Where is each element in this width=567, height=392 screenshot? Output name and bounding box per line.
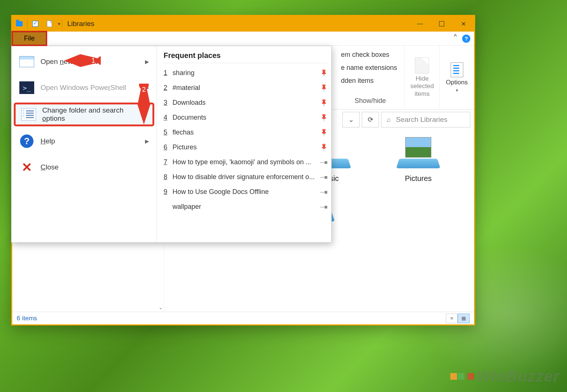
unpin-icon[interactable]: ─■: [320, 204, 328, 210]
frequent-place-item[interactable]: 6Pictures📌: [164, 140, 328, 155]
qa-divider-2: [62, 20, 62, 28]
help-icon[interactable]: ?: [462, 35, 470, 43]
options-dropdown-icon[interactable]: ▾: [456, 88, 458, 93]
sidebar-scroll-down-icon[interactable]: ⌄: [159, 305, 162, 310]
frequent-label: How to type emoji, 'kaomoji' and symbols…: [173, 158, 320, 166]
hide-selected-icon: [415, 57, 429, 74]
frequent-index: 5: [164, 129, 173, 136]
file-menu-item-3[interactable]: ?Help▶: [14, 129, 154, 153]
file-menu-panel: Open new window▶>_Open Windows PowerShel…: [11, 46, 332, 243]
options-button[interactable]: Options ▾: [439, 46, 474, 109]
frequent-place-item[interactable]: 3Downloads📌: [164, 95, 328, 110]
file-menu-item-2[interactable]: Change folder and search options: [14, 103, 154, 126]
frequent-places-header: Frequent places: [164, 51, 328, 63]
file-tab[interactable]: File: [12, 31, 47, 46]
pin-icon[interactable]: 📌: [319, 98, 329, 107]
pictures-tile-icon: [398, 137, 439, 171]
frequent-label: How to Use Google Docs Offline: [173, 188, 320, 196]
frequent-place-item[interactable]: 7How to type emoji, 'kaomoji' and symbol…: [164, 155, 328, 169]
file-menu-item-label: Change folder and search options: [42, 106, 147, 123]
titlebar: ▼ Libraries — ✕: [12, 16, 474, 32]
ribbon-check-hidden[interactable]: dden items: [341, 77, 399, 85]
frequent-place-item[interactable]: 1sharing📌: [164, 65, 328, 80]
ribbon-group-label-showhide: Show/hide: [341, 97, 399, 106]
chevron-right-icon: ▶: [145, 138, 149, 144]
item-count-label: 6 items: [17, 315, 37, 322]
frequent-place-item[interactable]: 4Documents📌: [164, 110, 328, 125]
frequent-label: wallpaper: [173, 203, 320, 211]
watermark: WinBuzzer: [450, 367, 560, 385]
newwin-icon: [19, 55, 35, 68]
annotation-callout-2: 2: [136, 84, 151, 124]
file-menu-item-4[interactable]: ✕Close: [14, 155, 154, 179]
help-icon: ?: [19, 135, 35, 148]
frequent-label: Downloads: [173, 99, 320, 107]
unpin-icon[interactable]: ─■: [320, 159, 328, 165]
qa-divider: [27, 20, 28, 28]
frequent-label: Documents: [173, 114, 320, 122]
annotation-callout-1: 1: [64, 53, 101, 68]
collapse-ribbon-icon[interactable]: ˄: [453, 34, 458, 43]
close-button[interactable]: ✕: [452, 16, 474, 32]
options-icon: [451, 62, 463, 77]
qa-newfolder-icon[interactable]: [42, 16, 57, 32]
unpin-icon[interactable]: ─■: [320, 189, 328, 195]
frequent-label: #material: [173, 84, 320, 92]
qa-properties-icon[interactable]: [28, 16, 42, 32]
ribbon-check-item-boxes[interactable]: em check boxes: [341, 51, 399, 59]
frequent-label: sharing: [173, 69, 320, 77]
frequent-label: flechas: [173, 129, 320, 136]
window-title: Libraries: [67, 20, 94, 28]
svg-text:2: 2: [142, 86, 146, 93]
file-menu-item-label: Open Windows PowerShell: [41, 84, 126, 92]
thumbnails-view-button[interactable]: ▦: [458, 314, 470, 323]
pin-icon[interactable]: 📌: [319, 113, 329, 122]
watermark-logo-icon: [450, 373, 465, 380]
minimize-button[interactable]: —: [409, 16, 431, 32]
frequent-label: Pictures: [173, 143, 320, 151]
frequent-place-item[interactable]: 8How to disable driver signature enforce…: [164, 169, 328, 184]
pin-icon[interactable]: 📌: [319, 142, 329, 152]
frequent-place-item[interactable]: wallpaper─■: [164, 199, 328, 214]
file-menu-item-label: Help: [41, 137, 55, 145]
frequent-place-item[interactable]: 9How to Use Google Docs Offline─■: [164, 184, 328, 199]
explorer-window: ▼ Libraries — ✕ File ˄ ? Open new window…: [11, 15, 475, 325]
chevron-right-icon: ▶: [145, 59, 149, 65]
search-placeholder: Search Libraries: [396, 116, 447, 124]
ps-icon: >_: [19, 81, 35, 94]
maximize-button[interactable]: [431, 16, 452, 32]
frequent-index: 4: [164, 114, 173, 122]
frequent-index: 8: [164, 173, 173, 181]
frequent-index: 7: [164, 158, 173, 166]
frequent-place-item[interactable]: 5flechas📌: [164, 125, 328, 140]
frequent-index: 3: [164, 99, 173, 107]
hide-selected-button[interactable]: Hide selected items: [405, 46, 439, 109]
frequent-index: 6: [164, 143, 173, 151]
qa-customize-icon[interactable]: ▼: [57, 22, 61, 26]
history-dropdown-button[interactable]: ⌄: [342, 112, 360, 127]
close-icon: ✕: [19, 161, 35, 174]
pin-icon[interactable]: 📌: [319, 68, 329, 78]
watermark-logo-icon-2: [467, 373, 474, 380]
ribbon-check-extensions[interactable]: e name extensions: [341, 64, 399, 72]
library-item-pictures[interactable]: Pictures: [389, 137, 448, 183]
pin-icon[interactable]: 📌: [319, 83, 329, 93]
refresh-button[interactable]: ⟳: [362, 112, 379, 127]
frequent-index: 9: [164, 188, 173, 196]
file-menu-item-label: Close: [41, 163, 59, 171]
library-item-label: Pictures: [405, 174, 432, 183]
search-icon: ⌕: [387, 116, 391, 124]
app-icon[interactable]: [12, 16, 26, 32]
search-input[interactable]: ⌕ Search Libraries: [381, 112, 470, 127]
frequent-place-item[interactable]: 2#material📌: [164, 80, 328, 95]
svg-text:1: 1: [91, 57, 95, 64]
frequent-index: 1: [164, 69, 173, 77]
details-view-button[interactable]: ≡: [446, 314, 458, 323]
file-menu-item-1: >_Open Windows PowerShell▶: [14, 76, 154, 100]
frequent-label: How to disable driver signature enforcem…: [173, 173, 320, 181]
ribbon-tabrow: File ˄ ? Open new window▶>_Open Windows …: [12, 32, 474, 46]
pin-icon[interactable]: 📌: [319, 127, 329, 137]
frequent-index: 2: [164, 84, 173, 92]
opts-icon: [21, 108, 36, 121]
unpin-icon[interactable]: ─■: [320, 174, 328, 180]
